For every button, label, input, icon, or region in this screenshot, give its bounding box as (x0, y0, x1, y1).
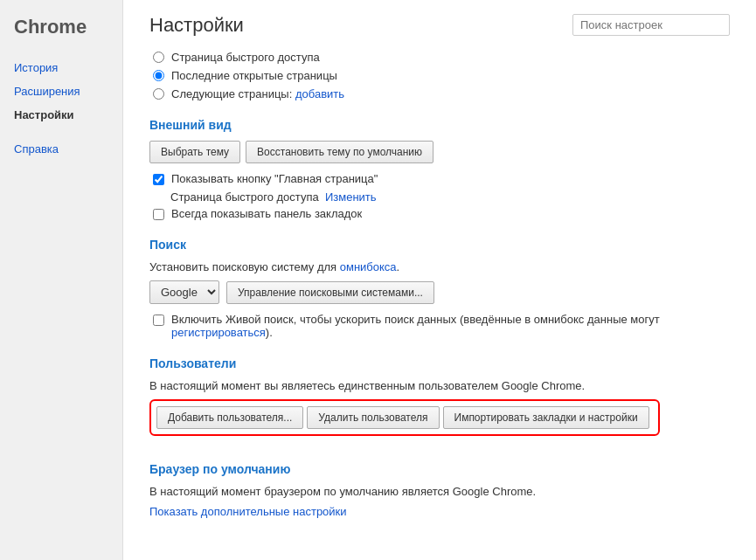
sidebar-item-history[interactable]: История (0, 56, 122, 80)
live-search-label-suffix: ). (266, 326, 273, 339)
sidebar: Chrome История Расширения Настройки Спра… (0, 0, 122, 560)
manage-search-engines-button[interactable]: Управление поисковыми системами... (226, 281, 434, 304)
appearance-section-title: Внешний вид (149, 118, 730, 132)
radio-row-last-pages: Последние открытые страницы (149, 69, 730, 82)
radio-last-pages[interactable] (153, 70, 164, 81)
radio-next-pages[interactable] (153, 88, 164, 100)
show-home-btn-row: Показывать кнопку "Главная страница" (149, 172, 730, 185)
search-section-desc: Установить поисковую систему для омнибок… (149, 260, 730, 273)
bookmarks-bar-label: Всегда показывать панель закладок (171, 207, 362, 220)
search-desc-prefix: Установить поисковую систему для (149, 260, 340, 273)
bookmarks-bar-row: Всегда показывать панель закладок (149, 207, 730, 220)
omnibox-link[interactable]: омнибокса (340, 260, 397, 273)
quick-access-text: Страница быстрого доступа (170, 190, 319, 204)
show-advanced-settings-link[interactable]: Показать дополнительные настройки (149, 505, 347, 518)
default-browser-desc: В настоящий момент браузером по умолчани… (149, 485, 730, 498)
users-section: Пользователи В настоящий момент вы являе… (149, 356, 730, 445)
live-search-label-prefix: Включить Живой поиск, чтобы ускорить пои… (171, 313, 660, 326)
users-section-desc: В настоящий момент вы являетесь единстве… (149, 379, 730, 392)
search-section: Поиск Установить поисковую систему для о… (149, 238, 730, 339)
users-section-title: Пользователи (149, 356, 730, 370)
bookmarks-bar-checkbox[interactable] (153, 209, 164, 220)
radio-next-pages-label: Следующие страницы: (171, 87, 292, 100)
radio-row-quick-access: Страница быстрого доступа (149, 51, 730, 64)
change-quick-access-link[interactable]: Изменить (325, 190, 377, 204)
main-content: Настройки Страница быстрого доступа Посл… (122, 0, 756, 560)
startup-section: Страница быстрого доступа Последние откр… (149, 51, 730, 100)
theme-btn-row: Выбрать тему Восстановить тему по умолча… (149, 141, 730, 163)
page-title: Настройки (149, 14, 244, 37)
sidebar-item-help[interactable]: Справка (0, 137, 122, 161)
restore-theme-button[interactable]: Восстановить тему по умолчанию (246, 141, 433, 163)
search-desc-suffix: . (397, 260, 400, 273)
radio-row-next-pages: Следующие страницы: добавить (149, 87, 730, 100)
live-search-row: Включить Живой поиск, чтобы ускорить пои… (149, 313, 730, 339)
import-bookmarks-button[interactable]: Импортировать закладки и настройки (443, 406, 649, 429)
radio-quick-access-label: Страница быстрого доступа (171, 51, 320, 64)
search-settings-input[interactable] (572, 14, 730, 36)
radio-quick-access[interactable] (153, 52, 164, 63)
add-pages-link[interactable]: добавить (295, 87, 344, 100)
radio-last-pages-label: Последние открытые страницы (171, 69, 337, 82)
appearance-section: Внешний вид Выбрать тему Восстановить те… (149, 118, 730, 220)
search-section-title: Поиск (149, 238, 730, 252)
show-home-btn-checkbox[interactable] (153, 174, 164, 185)
default-browser-section: Браузер по умолчанию В настоящий момент … (149, 462, 730, 518)
search-engine-row: Google Управление поисковыми системами..… (149, 280, 730, 304)
live-search-register-link[interactable]: регистрироваться (171, 326, 266, 339)
choose-theme-button[interactable]: Выбрать тему (149, 141, 240, 163)
app-logo: Chrome (0, 9, 122, 56)
sidebar-item-extensions[interactable]: Расширения (0, 80, 122, 103)
live-search-checkbox[interactable] (153, 315, 164, 326)
sidebar-item-settings[interactable]: Настройки (0, 103, 122, 127)
show-home-btn-label: Показывать кнопку "Главная страница" (171, 172, 378, 185)
quick-access-text-row: Страница быстрого доступа Изменить (149, 190, 730, 204)
live-search-text: Включить Живой поиск, чтобы ускорить пои… (171, 313, 730, 339)
users-btn-row: Добавить пользователя... Удалить пользов… (149, 399, 660, 436)
delete-user-button[interactable]: Удалить пользователя (307, 406, 439, 429)
default-browser-section-title: Браузер по умолчанию (149, 462, 730, 476)
add-user-button[interactable]: Добавить пользователя... (156, 406, 303, 429)
search-engine-select[interactable]: Google (149, 280, 219, 304)
